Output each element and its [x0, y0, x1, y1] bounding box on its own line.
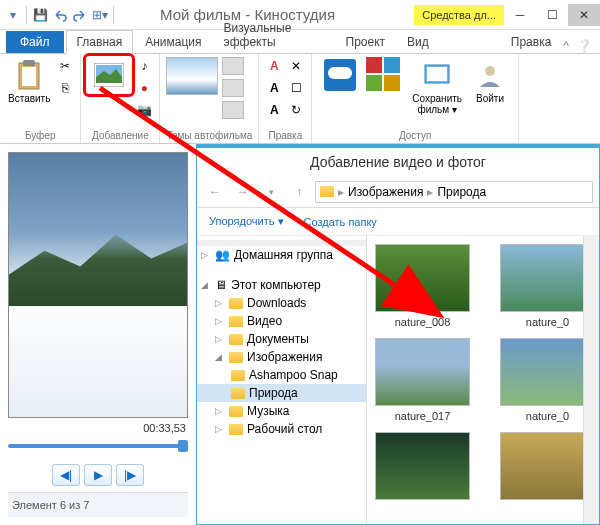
svg-rect-2 — [22, 67, 36, 86]
add-video-photo-button[interactable] — [87, 57, 131, 93]
tab-view[interactable]: Вид — [397, 31, 439, 53]
tree-images[interactable]: ◢Изображения — [197, 348, 366, 366]
file-item[interactable]: nature_008 — [375, 244, 470, 328]
close-button[interactable]: ✕ — [568, 4, 600, 26]
status-text: Элемент 6 из 7 — [8, 492, 188, 517]
explorer-nav: ← → ▾ ↑ ▸ Изображения ▸ Природа — [197, 176, 599, 208]
paste-button[interactable]: Вставить — [6, 57, 52, 106]
grid-scrollbar[interactable] — [583, 236, 599, 524]
file-item[interactable]: nature_0 — [500, 338, 595, 422]
login-button[interactable]: Войти — [468, 57, 512, 106]
ribbon-group-clipboard: Вставить ✂ ⎘ Буфер — [0, 54, 81, 143]
theme-next-icon[interactable] — [222, 79, 244, 97]
up-button[interactable]: ↑ — [287, 180, 311, 204]
ribbon-group-themes: Темы автофильма — [160, 54, 259, 143]
tree-downloads[interactable]: ▷Downloads — [197, 294, 366, 312]
ribbon-tabs: Файл Главная Анимация Визуальные эффекты… — [0, 30, 600, 54]
svg-rect-1 — [23, 60, 35, 66]
cut-icon[interactable]: ✂ — [56, 57, 74, 75]
next-frame-button[interactable]: |▶ — [116, 464, 144, 486]
prev-frame-button[interactable]: ◀| — [52, 464, 80, 486]
ribbon-group-access: Сохранить фильм ▾ Войти Доступ — [312, 54, 519, 143]
preview-pane: 00:33,53 ◀| ▶ |▶ Элемент 6 из 7 — [0, 144, 196, 525]
folder-icon — [320, 186, 334, 197]
caption-icon[interactable]: A — [265, 79, 283, 97]
file-grid: nature_008 nature_0 nature_017 nature_0 — [367, 236, 599, 524]
minimize-button[interactable]: ─ — [504, 4, 536, 26]
file-explorer-dialog: Добавление видео и фотог ← → ▾ ↑ ▸ Изобр… — [196, 144, 600, 525]
tab-edit[interactable]: Правка — [501, 31, 562, 53]
tab-home[interactable]: Главная — [66, 30, 134, 54]
tab-project[interactable]: Проект — [336, 31, 396, 53]
ribbon-group-edit: A A A ✕ ☐ ↻ Правка — [259, 54, 312, 143]
collapse-ribbon-icon[interactable]: ^ — [563, 39, 569, 53]
help-icon[interactable]: ❔ — [577, 39, 592, 53]
dialog-title: Добавление видео и фотог — [197, 148, 599, 176]
record-icon[interactable]: ● — [135, 79, 153, 97]
remove-icon[interactable]: ✕ — [287, 57, 305, 75]
undo-icon[interactable] — [51, 6, 69, 24]
window-controls: ─ ☐ ✕ — [504, 4, 600, 26]
file-item[interactable]: nature_017 — [375, 338, 470, 422]
qat-dropdown-icon[interactable]: ▾ — [4, 6, 22, 24]
save-movie-icon — [421, 59, 453, 91]
forward-button[interactable]: → — [231, 180, 255, 204]
svg-rect-7 — [427, 67, 447, 81]
picture-icon — [93, 59, 125, 91]
back-button[interactable]: ← — [203, 180, 227, 204]
folder-tree: ▷👥Домашняя группа ◢🖥Этот компьютер ▷Down… — [197, 236, 367, 524]
tree-nature[interactable]: Природа — [197, 384, 366, 402]
preview-image[interactable] — [8, 152, 188, 418]
save-movie-button[interactable]: Сохранить фильм ▾ — [410, 57, 464, 117]
organize-button[interactable]: Упорядочить ▾ — [209, 215, 284, 228]
theme-thumbnail[interactable] — [166, 57, 218, 95]
title-icon[interactable]: A — [265, 57, 283, 75]
tree-music[interactable]: ▷Музыка — [197, 402, 366, 420]
tree-homegroup[interactable]: ▷👥Домашняя группа — [197, 246, 366, 264]
tree-documents[interactable]: ▷Документы — [197, 330, 366, 348]
maximize-button[interactable]: ☐ — [536, 4, 568, 26]
tree-desktop[interactable]: ▷Рабочий стол — [197, 420, 366, 438]
tree-ashampoo[interactable]: Ashampoo Snap — [197, 366, 366, 384]
explorer-body: ▷👥Домашняя группа ◢🖥Этот компьютер ▷Down… — [197, 236, 599, 524]
onedrive-icon — [324, 59, 356, 91]
history-dropdown[interactable]: ▾ — [259, 180, 283, 204]
address-bar[interactable]: ▸ Изображения ▸ Природа — [315, 181, 593, 203]
user-icon — [474, 59, 506, 91]
theme-more-icon[interactable] — [222, 101, 244, 119]
explorer-toolbar: Упорядочить ▾ Создать папку — [197, 208, 599, 236]
playback-controls: ◀| ▶ |▶ — [8, 464, 188, 486]
rotate-icon[interactable]: ↻ — [287, 101, 305, 119]
copy-icon[interactable]: ⎘ — [56, 79, 74, 97]
content-area: 00:33,53 ◀| ▶ |▶ Элемент 6 из 7 Добавлен… — [0, 144, 600, 525]
tab-effects[interactable]: Визуальные эффекты — [214, 17, 334, 53]
snapshot-icon[interactable]: 📷 — [135, 101, 153, 119]
tree-computer[interactable]: ◢🖥Этот компьютер — [197, 276, 366, 294]
add-music-icon[interactable]: ♪ — [135, 57, 153, 75]
tab-animation[interactable]: Анимация — [135, 31, 211, 53]
tree-video[interactable]: ▷Видео — [197, 312, 366, 330]
file-item[interactable]: nature_0 — [500, 244, 595, 328]
onedrive-button[interactable] — [318, 57, 362, 93]
save-icon[interactable]: 💾 — [31, 6, 49, 24]
select-icon[interactable]: ☐ — [287, 79, 305, 97]
file-item[interactable] — [500, 432, 595, 500]
timeline-slider[interactable] — [8, 444, 188, 452]
tree-scrollbar[interactable] — [197, 240, 366, 246]
file-item[interactable] — [375, 432, 470, 500]
timecode: 00:33,53 — [8, 418, 188, 438]
svg-point-8 — [485, 66, 495, 76]
qat-more-icon[interactable]: ⊞▾ — [91, 6, 109, 24]
new-folder-button[interactable]: Создать папку — [304, 216, 377, 228]
quick-access-toolbar: ▾ 💾 ⊞▾ — [0, 6, 120, 24]
contextual-tools-tab[interactable]: Средства дл... — [414, 5, 504, 25]
theme-prev-icon[interactable] — [222, 57, 244, 75]
redo-icon[interactable] — [71, 6, 89, 24]
share-icons[interactable] — [366, 57, 406, 91]
ribbon-group-add: ♪ ● 📷 Добавление — [81, 54, 160, 143]
file-tab[interactable]: Файл — [6, 31, 64, 53]
clipboard-icon — [13, 59, 45, 91]
credits-icon[interactable]: A — [265, 101, 283, 119]
play-button[interactable]: ▶ — [84, 464, 112, 486]
ribbon: Вставить ✂ ⎘ Буфер ♪ ● 📷 Добавление — [0, 54, 600, 144]
